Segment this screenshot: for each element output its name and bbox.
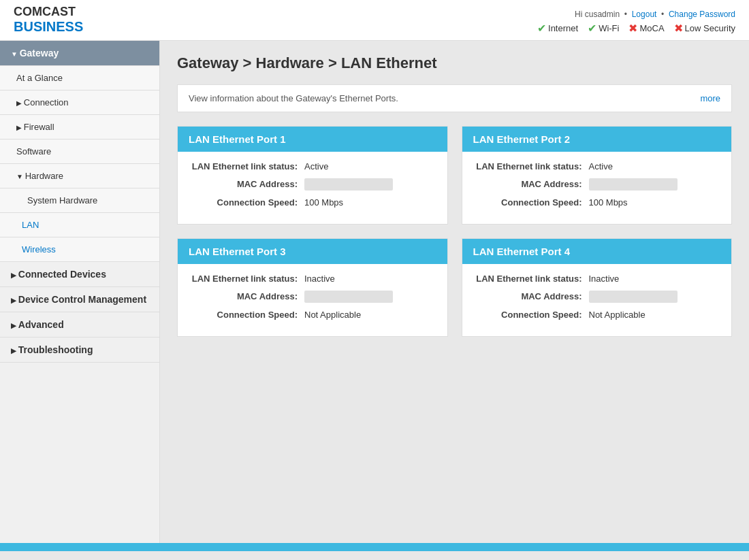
sidebar-item-device-control[interactable]: Device Control Management [0, 287, 159, 312]
sidebar-item-connected-devices[interactable]: Connected Devices [0, 262, 159, 287]
port-2-link-status-row: LAN Ethernet link status: Active [473, 161, 721, 171]
sidebar-item-advanced[interactable]: Advanced [0, 312, 159, 337]
port-1-speed-label: Connection Speed: [189, 197, 304, 208]
main-layout: Gateway At a Glance Connection Firewall … [0, 41, 749, 543]
status-wifi: ✔ Wi-Fi [588, 22, 619, 35]
port-2-link-value: Active [589, 161, 613, 171]
port-2-mac-value [589, 178, 678, 191]
port-2-header: LAN Ethernet Port 2 [462, 127, 732, 152]
port-3-mac-row: MAC Address: [189, 291, 436, 303]
header-status: ✔ Internet ✔ Wi-Fi ✖ MoCA ✖ Low Security [537, 22, 735, 35]
port-4-link-value: Inactive [589, 274, 620, 284]
port-4-link-label: LAN Ethernet link status: [473, 274, 589, 284]
port-1-mac-row: MAC Address: [189, 178, 436, 191]
port-1-link-value: Active [304, 161, 328, 171]
port-3-speed-value: Not Applicable [304, 310, 361, 320]
port-2-speed-label: Connection Speed: [473, 197, 589, 208]
status-security-icon: ✖ [674, 22, 683, 35]
status-wifi-icon: ✔ [588, 22, 596, 35]
sidebar-item-troubleshooting[interactable]: Troubleshooting [0, 337, 159, 363]
port-2-mac-row: MAC Address: [473, 178, 721, 191]
change-password-link[interactable]: Change Password [669, 10, 735, 19]
footer-bar [0, 543, 749, 551]
user-greeting: Hi cusadmin [575, 10, 620, 19]
port-card-4: LAN Ethernet Port 4 LAN Ethernet link st… [462, 238, 733, 337]
sidebar-item-gateway[interactable]: Gateway [0, 41, 159, 66]
logo: COMCAST BUSINESS [14, 5, 83, 35]
status-moca-label: MoCA [639, 23, 664, 33]
status-security-label: Low Security [685, 23, 735, 33]
port-4-mac-value [589, 291, 678, 303]
page-title: Gateway > Hardware > LAN Ethernet [177, 54, 732, 72]
header: COMCAST BUSINESS Hi cusadmin • Logout • … [0, 0, 749, 41]
sidebar-item-firewall[interactable]: Firewall [0, 115, 159, 139]
status-security: ✖ Low Security [674, 22, 735, 35]
port-2-link-label: LAN Ethernet link status: [473, 161, 589, 171]
logo-comcast: COMCAST [14, 5, 83, 19]
content-area: Gateway > Hardware > LAN Ethernet View i… [160, 41, 749, 543]
sidebar-item-at-a-glance[interactable]: At a Glance [0, 66, 159, 90]
port-3-header: LAN Ethernet Port 3 [178, 239, 447, 264]
logo-business: BUSINESS [14, 19, 83, 35]
logout-link[interactable]: Logout [632, 10, 657, 19]
status-wifi-label: Wi-Fi [599, 23, 619, 33]
port-3-mac-value [304, 291, 393, 303]
port-2-speed-row: Connection Speed: 100 Mbps [473, 197, 721, 208]
sidebar-item-wireless[interactable]: Wireless [0, 237, 159, 262]
sidebar: Gateway At a Glance Connection Firewall … [0, 41, 160, 543]
sidebar-item-system-hardware[interactable]: System Hardware [0, 188, 159, 213]
sidebar-item-connection[interactable]: Connection [0, 90, 159, 115]
port-4-speed-row: Connection Speed: Not Applicable [473, 310, 721, 320]
port-1-mac-label: MAC Address: [189, 179, 304, 189]
sidebar-item-hardware[interactable]: Hardware [0, 164, 159, 188]
port-3-speed-row: Connection Speed: Not Applicable [189, 310, 436, 320]
port-2-body: LAN Ethernet link status: Active MAC Add… [462, 152, 732, 224]
port-1-link-status-row: LAN Ethernet link status: Active [189, 161, 436, 171]
port-1-mac-value [304, 178, 393, 191]
port-2-speed-value: 100 Mbps [589, 197, 628, 208]
port-3-link-value: Inactive [304, 274, 335, 284]
port-2-mac-label: MAC Address: [473, 179, 589, 189]
status-moca: ✖ MoCA [628, 22, 664, 35]
port-1-speed-value: 100 Mbps [304, 197, 343, 208]
info-text: View information about the Gateway's Eth… [189, 93, 398, 103]
header-right: Hi cusadmin • Logout • Change Password ✔… [537, 10, 735, 35]
ports-grid: LAN Ethernet Port 1 LAN Ethernet link st… [177, 126, 732, 337]
port-card-3: LAN Ethernet Port 3 LAN Ethernet link st… [177, 238, 448, 337]
more-link[interactable]: more [700, 93, 720, 103]
port-1-link-label: LAN Ethernet link status: [189, 161, 304, 171]
port-3-link-status-row: LAN Ethernet link status: Inactive [189, 274, 436, 284]
port-4-link-status-row: LAN Ethernet link status: Inactive [473, 274, 721, 284]
info-box: View information about the Gateway's Eth… [177, 84, 732, 112]
port-4-speed-label: Connection Speed: [473, 310, 589, 320]
sidebar-item-software[interactable]: Software [0, 139, 159, 164]
status-moca-icon: ✖ [628, 22, 637, 35]
status-internet-label: Internet [548, 23, 578, 33]
port-3-body: LAN Ethernet link status: Inactive MAC A… [178, 264, 447, 336]
port-3-mac-label: MAC Address: [189, 291, 304, 301]
port-1-speed-row: Connection Speed: 100 Mbps [189, 197, 436, 208]
port-3-speed-label: Connection Speed: [189, 310, 304, 320]
port-4-speed-value: Not Applicable [589, 310, 646, 320]
header-top: Hi cusadmin • Logout • Change Password [537, 10, 735, 19]
status-ok-icon: ✔ [537, 22, 546, 35]
status-internet: ✔ Internet [537, 22, 578, 35]
port-4-body: LAN Ethernet link status: Inactive MAC A… [462, 264, 732, 336]
port-3-link-label: LAN Ethernet link status: [189, 274, 304, 284]
port-4-header: LAN Ethernet Port 4 [462, 239, 732, 264]
sidebar-item-lan[interactable]: LAN [0, 213, 159, 237]
port-4-mac-label: MAC Address: [473, 291, 589, 301]
port-1-body: LAN Ethernet link status: Active MAC Add… [178, 152, 447, 224]
port-card-1: LAN Ethernet Port 1 LAN Ethernet link st… [177, 126, 448, 225]
port-1-header: LAN Ethernet Port 1 [178, 127, 447, 152]
port-card-2: LAN Ethernet Port 2 LAN Ethernet link st… [462, 126, 733, 225]
port-4-mac-row: MAC Address: [473, 291, 721, 303]
